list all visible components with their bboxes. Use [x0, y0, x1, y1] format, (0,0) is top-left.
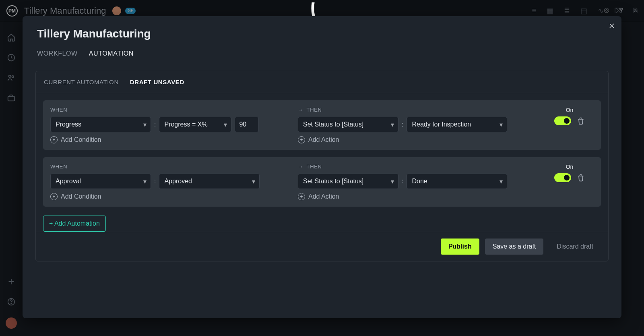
pulse-icon: ∿ — [598, 6, 604, 15]
briefcase-icon — [7, 93, 16, 102]
rule-actions: On — [545, 107, 594, 125]
when-label: WHEN — [50, 164, 292, 170]
body-tabs: CURRENT AUTOMATION DRAFT UNSAVED — [36, 71, 608, 93]
chevron-down-icon: ▾ — [500, 121, 503, 129]
chevron-down-icon: ▾ — [500, 178, 503, 185]
plus-circle-icon: + — [50, 136, 58, 143]
automation-rule: WHEN Progress ▾ : Progress = X% ▾ — [43, 100, 601, 150]
modal-tabs: WORKFLOW AUTOMATION — [37, 48, 607, 60]
toggle-label: On — [566, 107, 574, 113]
users-icon — [7, 73, 16, 82]
chevron-down-icon: ▾ — [143, 121, 147, 129]
then-label: → THEN — [298, 107, 540, 113]
calendar-icon: ⌧ — [614, 6, 623, 15]
add-condition-button[interactable]: + Add Condition — [50, 193, 292, 200]
plus-icon — [7, 277, 16, 286]
chevron-down-icon: ▾ — [224, 121, 227, 129]
add-condition-button[interactable]: + Add Condition — [50, 136, 292, 143]
clock-icon — [7, 53, 16, 62]
then-value-select[interactable]: Ready for Inspection ▾ — [407, 117, 507, 132]
rule-toggle[interactable] — [554, 116, 571, 125]
rule-toggle[interactable] — [554, 173, 571, 182]
tab-current-automation[interactable]: CURRENT AUTOMATION — [44, 79, 119, 85]
arrow-right-icon: → — [298, 107, 303, 113]
avatar — [6, 317, 17, 329]
tab-automation[interactable]: AUTOMATION — [89, 48, 134, 60]
sheet-icon: ▤ — [580, 6, 587, 15]
help-icon — [7, 297, 16, 306]
view-tabs: ≡ ▦ ≣ ▤ ∿ ⌧ ⎘ — [532, 6, 638, 15]
svg-point-2 — [12, 76, 14, 78]
avatar — [112, 6, 121, 15]
plus-circle-icon: + — [298, 193, 305, 200]
modal-body: CURRENT AUTOMATION DRAFT UNSAVED WHEN Pr… — [35, 71, 609, 261]
modal-footer: Publish Save as a draft Discard draft — [36, 232, 608, 261]
sliders-icon: ≣ — [564, 6, 570, 15]
top-right-actions: ◎ ⛛ ⌕ — [604, 6, 638, 14]
add-action-button[interactable]: + Add Action — [298, 193, 540, 200]
chevron-down-icon: ▾ — [391, 178, 394, 185]
when-operator-select[interactable]: Approved ▾ — [159, 174, 260, 189]
brand-logo: PM — [6, 5, 18, 17]
separator-colon: : — [402, 178, 403, 185]
separator-colon: : — [154, 121, 156, 128]
project-title-bg: Tillery Manufacturing — [24, 6, 106, 16]
then-label: → THEN — [298, 164, 540, 170]
eye-icon: ◎ — [604, 6, 609, 14]
separator-colon: : — [402, 121, 403, 128]
then-action-select[interactable]: Set Status to [Status] ▾ — [298, 174, 398, 189]
chevron-down-icon: ▾ — [143, 178, 147, 185]
rule-actions: On — [545, 164, 594, 182]
automation-modal: Tillery Manufacturing WORKFLOW AUTOMATIO… — [23, 16, 621, 318]
separator-colon: : — [154, 178, 156, 185]
list-icon: ≡ — [532, 6, 536, 15]
rule-when: WHEN Progress ▾ : Progress = X% ▾ — [50, 107, 292, 143]
modal-header: Tillery Manufacturing WORKFLOW AUTOMATIO… — [23, 16, 621, 64]
add-action-button[interactable]: + Add Action — [298, 136, 540, 143]
when-operator-select[interactable]: Progress = X% ▾ — [159, 117, 231, 132]
then-action-select[interactable]: Set Status to [Status] ▾ — [298, 117, 398, 132]
then-value-select[interactable]: Done ▾ — [407, 174, 507, 189]
modal-title: Tillery Manufacturing — [37, 27, 607, 40]
svg-point-5 — [11, 303, 11, 304]
chevron-down-icon: ▾ — [252, 178, 255, 185]
plus-circle-icon: + — [298, 136, 305, 143]
trash-icon[interactable] — [577, 174, 585, 182]
rule-then: → THEN Set Status to [Status] ▾ : Done ▾ — [298, 164, 540, 200]
plus-circle-icon: + — [50, 193, 58, 200]
toggle-label: On — [566, 164, 574, 170]
user-chip: GP — [125, 8, 136, 14]
tab-workflow[interactable]: WORKFLOW — [37, 48, 78, 60]
add-automation-button[interactable]: + Add Automation — [43, 216, 106, 232]
publish-button[interactable]: Publish — [441, 239, 479, 255]
discard-draft-button[interactable]: Discard draft — [549, 239, 601, 255]
when-value-input[interactable] — [235, 117, 259, 132]
arrow-right-icon: → — [298, 164, 303, 170]
trash-icon[interactable] — [577, 117, 585, 125]
search-icon: ⌕ — [634, 6, 638, 14]
file-icon: ⎘ — [633, 6, 638, 15]
svg-rect-3 — [8, 96, 15, 101]
rule-when: WHEN Approval ▾ : Approved ▾ + — [50, 164, 292, 200]
svg-point-1 — [9, 75, 11, 78]
close-icon[interactable] — [608, 22, 616, 30]
when-field-select[interactable]: Progress ▾ — [50, 117, 151, 132]
board-icon: ▦ — [547, 6, 553, 15]
filter-icon: ⛛ — [618, 6, 625, 14]
rules-list: WHEN Progress ▾ : Progress = X% ▾ — [36, 93, 608, 210]
automation-rule: WHEN Approval ▾ : Approved ▾ + — [43, 157, 601, 207]
tab-draft-unsaved[interactable]: DRAFT UNSAVED — [130, 79, 184, 85]
when-field-select[interactable]: Approval ▾ — [50, 174, 151, 189]
rule-then: → THEN Set Status to [Status] ▾ : Ready … — [298, 107, 540, 143]
chevron-down-icon: ▾ — [391, 121, 394, 129]
background-left-rail — [0, 22, 23, 336]
save-draft-button[interactable]: Save as a draft — [485, 239, 544, 255]
when-label: WHEN — [50, 107, 292, 113]
home-icon — [7, 33, 16, 42]
